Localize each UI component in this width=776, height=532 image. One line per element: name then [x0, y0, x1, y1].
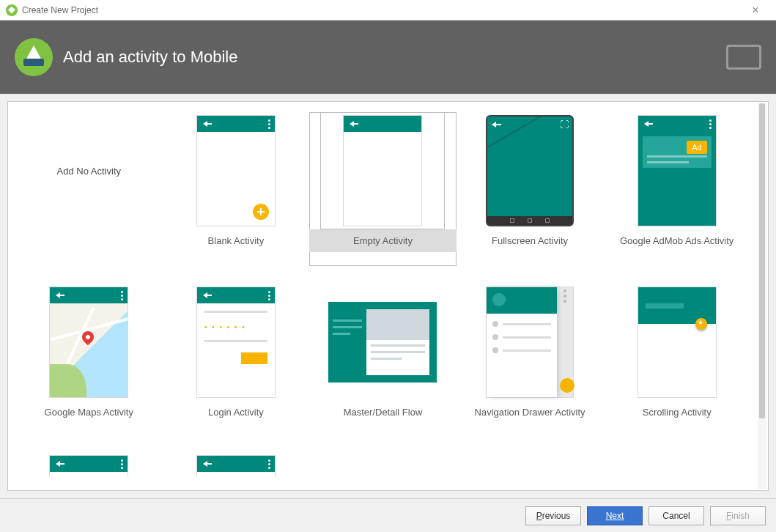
content-area: Add No Activity Blank Activity — [0, 94, 776, 498]
tile-master-detail[interactable]: Master/Detail Flow — [309, 284, 457, 437]
preview-add-no-activity: Add No Activity — [26, 112, 151, 229]
tile-add-no-activity[interactable]: Add No Activity — [15, 112, 163, 266]
preview-fullscreen: ⛶ — [468, 112, 592, 229]
activity-gallery: Add No Activity Blank Activity — [7, 101, 769, 491]
tile-label: Navigation Drawer Activity — [457, 401, 604, 424]
tile-scrolling-activity[interactable]: Scrolling Activity — [603, 284, 750, 437]
fab-add-icon — [253, 204, 269, 220]
tile-label: Scrolling Activity — [603, 401, 750, 424]
tile-label: Blank Activity — [163, 229, 310, 252]
preview-master-detail — [320, 284, 445, 401]
preview-admob: Ad — [615, 112, 739, 229]
tile-nav-drawer[interactable]: Navigation Drawer Activity — [457, 284, 604, 437]
gallery-grid: Add No Activity Blank Activity — [8, 102, 758, 490]
window-title: Create New Project — [22, 5, 98, 15]
tile-label — [15, 229, 163, 241]
preview-scrolling — [615, 284, 739, 401]
tile-fullscreen-activity[interactable]: ⛶ Fullscreen Activity — [457, 112, 604, 266]
close-icon[interactable]: × — [741, 4, 770, 17]
fab-icon — [560, 378, 574, 393]
cancel-button[interactable]: Cancel — [648, 506, 704, 525]
tile-cutoff-2[interactable] — [163, 455, 310, 477]
preview-maps — [26, 284, 151, 401]
tile-label: Google AdMob Ads Activity — [603, 229, 750, 252]
tile-cutoff-empty — [309, 455, 457, 477]
no-activity-text: Add No Activity — [57, 166, 121, 177]
tile-maps-activity[interactable]: Google Maps Activity — [15, 284, 163, 437]
preview-nav-drawer — [468, 284, 592, 401]
previous-button[interactable]: Previous — [525, 506, 581, 525]
preview-blank — [174, 112, 298, 229]
preview-empty — [320, 112, 445, 229]
overflow-menu-icon — [268, 119, 270, 129]
tile-admob-activity[interactable]: Ad Google AdMob Ads Activity — [603, 112, 750, 266]
android-studio-logo-icon — [15, 38, 53, 76]
banner-title: Add an activity to Mobile — [63, 48, 237, 67]
tile-cutoff-1[interactable] — [15, 455, 163, 477]
tile-login-activity[interactable]: • • • • • • Login Activity — [163, 284, 310, 437]
preview-login: • • • • • • — [174, 284, 298, 401]
ad-badge: Ad — [687, 141, 706, 154]
next-button[interactable]: Next — [587, 506, 643, 525]
wizard-banner: Add an activity to Mobile — [0, 21, 776, 94]
tile-label: Google Maps Activity — [15, 401, 163, 424]
overflow-menu-icon — [709, 119, 712, 129]
tile-empty-activity[interactable]: Empty Activity — [309, 112, 457, 266]
scrollbar-thumb[interactable] — [759, 103, 765, 418]
overflow-menu-icon — [268, 291, 270, 300]
tile-label: Fullscreen Activity — [457, 229, 604, 252]
avatar-icon — [492, 293, 506, 306]
titlebar: Create New Project × — [0, 0, 776, 21]
android-studio-icon — [6, 4, 18, 16]
finish-button: Finish — [710, 506, 766, 525]
overflow-menu-icon — [121, 291, 123, 300]
wizard-footer: Previous Next Cancel Finish — [0, 498, 776, 532]
tile-label: Master/Detail Flow — [309, 401, 457, 424]
tile-label: Empty Activity — [309, 229, 457, 252]
tile-blank-activity[interactable]: Blank Activity — [163, 112, 310, 266]
star-fab-icon — [695, 318, 707, 330]
tile-cutoff-empty — [457, 455, 604, 477]
tile-cutoff-empty — [603, 455, 750, 477]
device-icon — [726, 45, 761, 70]
gallery-scrollbar[interactable] — [758, 103, 766, 489]
tile-label: Login Activity — [163, 401, 310, 424]
